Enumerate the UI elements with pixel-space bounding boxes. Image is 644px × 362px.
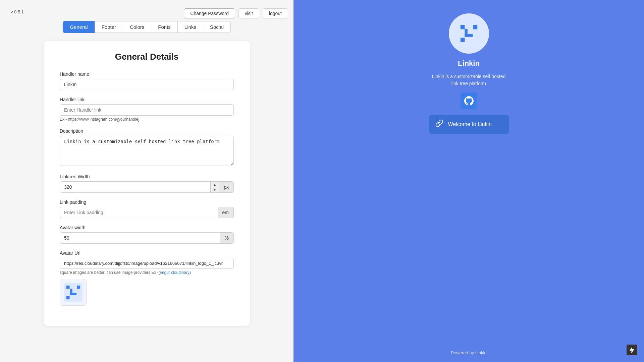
link-padding-input[interactable] — [60, 207, 218, 218]
github-icon — [464, 96, 474, 106]
preview-description: Linkin is a customizable self hosted lin… — [429, 73, 509, 87]
preview-avatar — [449, 13, 489, 54]
linktree-width-group: Linktree Width ▲ ▼ px — [60, 174, 234, 193]
powered-by-text: Powered by Linkin — [451, 350, 486, 355]
avatar-width-label: Avatar width — [60, 225, 234, 230]
preview-app-name: Linkin — [458, 59, 480, 68]
avatar-url-hint-text: square images are better. can use image … — [60, 270, 191, 275]
left-panel: v 0.5.1 Change Password visit logout Gen… — [0, 0, 293, 362]
description-input[interactable]: Linkin is a customizable self hosted lin… — [60, 136, 234, 166]
preview-link-text: Welcome to Linkin — [448, 121, 492, 127]
visit-button[interactable]: visit — [238, 8, 259, 18]
svg-rect-2 — [66, 296, 69, 299]
lightning-icon — [630, 347, 634, 353]
chain-icon — [435, 119, 443, 127]
avatar-width-input[interactable] — [60, 232, 220, 244]
handler-name-input[interactable] — [60, 79, 234, 90]
preview-content: Linkin Linkin is a customizable self hos… — [429, 13, 509, 134]
avatar-url-input[interactable] — [60, 258, 234, 269]
right-panel: Linkin Linkin is a customizable self hos… — [293, 0, 644, 362]
svg-rect-1 — [66, 285, 69, 289]
lightning-button[interactable] — [627, 345, 637, 355]
avatar-url-hint: square images are better. can use image … — [60, 270, 234, 275]
avatar-width-unit: % — [220, 232, 234, 244]
linktree-width-down[interactable]: ▼ — [211, 187, 219, 192]
change-password-button[interactable]: Change Password — [184, 8, 235, 18]
link-padding-group: Link padding em — [60, 199, 234, 218]
tab-general[interactable]: General — [63, 21, 94, 33]
tab-colors[interactable]: Colors — [123, 21, 151, 33]
tab-fonts[interactable]: Fonts — [151, 21, 177, 33]
form-card: General Details Handler name Handler lin… — [44, 41, 250, 326]
avatar-preview — [60, 279, 87, 306]
handler-name-label: Handler name — [60, 71, 234, 77]
avatar-url-group: Avatar Url square images are better. can… — [60, 250, 234, 306]
description-group: Description Linkin is a customizable sel… — [60, 128, 234, 167]
preview-link-icon — [435, 119, 443, 129]
link-padding-unit: em — [218, 207, 234, 218]
handler-link-group: Handler link Ex - https://www.instagram.… — [60, 97, 234, 122]
avatar-url-label: Avatar Url — [60, 250, 234, 256]
svg-rect-11 — [465, 34, 473, 37]
svg-rect-8 — [460, 38, 465, 42]
preview-logo-svg — [457, 22, 481, 45]
avatar-width-group: Avatar width % — [60, 225, 234, 244]
preview-link-card[interactable]: Welcome to Linkin — [429, 115, 509, 134]
tab-social[interactable]: Social — [203, 21, 231, 33]
linktree-width-unit: px — [219, 181, 234, 193]
avatar-preview-svg — [64, 283, 83, 302]
linktree-width-input[interactable] — [60, 181, 211, 193]
tab-footer[interactable]: Footer — [95, 21, 123, 33]
svg-rect-5 — [70, 293, 76, 295]
handler-link-hint: Ex - https://www.instagram.com/[yourhand… — [60, 117, 234, 122]
form-title: General Details — [60, 52, 234, 62]
description-label: Description — [60, 128, 234, 134]
linktree-width-spinner: ▲ ▼ — [211, 181, 219, 193]
svg-rect-9 — [473, 25, 477, 29]
handler-link-label: Handler link — [60, 97, 234, 102]
svg-rect-7 — [460, 25, 465, 29]
svg-rect-3 — [77, 285, 80, 289]
nav-tabs: General Footer Colors Fonts Links Social — [0, 21, 293, 33]
logout-button[interactable]: logout — [263, 8, 288, 18]
preview-github-button[interactable] — [461, 93, 477, 109]
tab-links[interactable]: Links — [177, 21, 203, 33]
imgur-link[interactable]: imgur — [160, 270, 170, 275]
handler-link-input[interactable] — [60, 104, 234, 116]
handler-name-group: Handler name — [60, 71, 234, 90]
link-padding-label: Link padding — [60, 199, 234, 205]
version-text: v 0.5.1 — [5, 8, 29, 18]
linktree-width-up[interactable]: ▲ — [211, 182, 219, 187]
cloudinary-link[interactable]: cloudinary — [171, 270, 190, 275]
linktree-width-label: Linktree Width — [60, 174, 234, 179]
